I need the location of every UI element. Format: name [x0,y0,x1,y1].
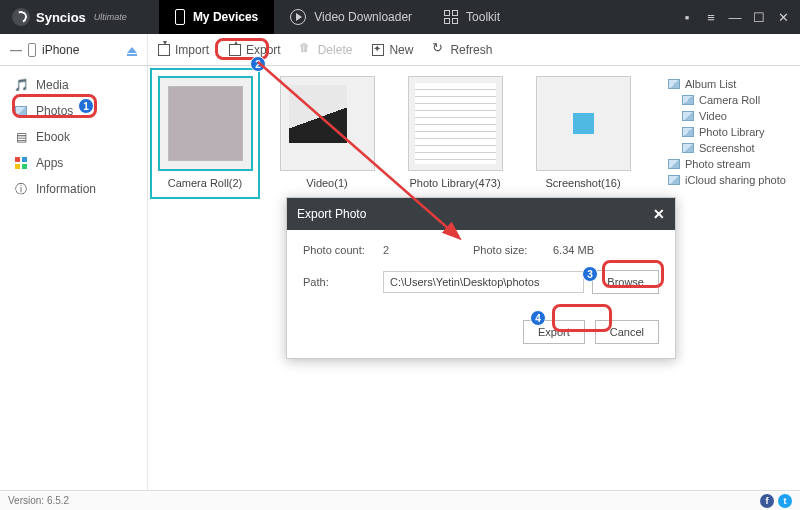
export-photo-dialog: Export Photo ✕ Photo count: 2 Photo size… [286,197,676,359]
path-label: Path: [303,276,383,288]
app-logo: Syncios Ultimate [0,8,139,26]
tab-label: Video Downloader [314,10,412,24]
dialog-title: Export Photo [297,207,366,221]
picture-icon [682,111,694,121]
left-sidebar: 🎵Media Photos ▤Ebook Apps ⓘInformation [0,66,148,490]
titlebar: Syncios Ultimate My Devices Video Downlo… [0,0,800,34]
dialog-body: Photo count: 2 Photo size: 6.34 MB Path:… [287,230,675,320]
facebook-icon[interactable]: f [760,494,774,508]
device-name: iPhone [42,43,79,57]
path-input[interactable] [383,271,584,293]
album-camera-roll[interactable]: Camera Roll [664,92,792,108]
album-label: Camera Roll [699,94,760,106]
btn-label: Delete [318,43,353,57]
sidebar-item-media[interactable]: 🎵Media [0,72,147,98]
export-confirm-button[interactable]: Export [523,320,585,344]
brand-edition: Ultimate [94,12,127,22]
album-icloud-sharing[interactable]: iCloud sharing photo [664,172,792,188]
album-label: Photo Library [699,126,764,138]
btn-label: Export [246,43,281,57]
browse-button[interactable]: Browse [592,270,659,294]
new-button[interactable]: New [362,34,423,65]
sidebar-label: Photos [36,104,73,118]
sidebar-label: Information [36,182,96,196]
btn-label: Refresh [450,43,492,57]
refresh-icon [433,44,445,56]
album-label: Photo stream [685,158,750,170]
album-photo-stream[interactable]: Photo stream [664,156,792,172]
sidebar-item-photos[interactable]: Photos [0,98,147,124]
import-button[interactable]: Import [148,34,219,65]
export-icon [229,44,241,56]
thumb-camera-roll[interactable]: Camera Roll(2) [150,68,260,199]
tab-label: My Devices [193,10,258,24]
thumb-screenshot[interactable]: Screenshot(16) [528,76,638,189]
sidebar-item-ebook[interactable]: ▤Ebook [0,124,147,150]
dash-icon: — [10,43,22,57]
thumb-label: Camera Roll(2) [168,177,243,189]
play-circle-icon [290,9,306,25]
version-label: Version: 6.5.2 [8,495,69,506]
picture-icon [682,127,694,137]
delete-button[interactable]: Delete [291,34,363,65]
picture-icon [668,175,680,185]
album-label: Video [699,110,727,122]
tab-video-downloader[interactable]: Video Downloader [274,0,428,34]
sidebar-item-apps[interactable]: Apps [0,150,147,176]
thumb-label: Photo Library(473) [409,177,500,189]
social-links: f t [760,494,792,508]
thumb-image [280,76,375,171]
music-icon: 🎵 [14,78,28,92]
thumb-image [158,76,253,171]
picture-icon [682,95,694,105]
album-screenshot[interactable]: Screenshot [664,140,792,156]
grid-icon [444,10,458,24]
dialog-close-icon[interactable]: ✕ [653,206,665,222]
thumb-image [536,76,631,171]
tab-my-devices[interactable]: My Devices [159,0,274,34]
sidebar-label: Media [36,78,69,92]
device-icon [175,9,185,25]
info-icon: ⓘ [14,182,28,196]
brand-name: Syncios [36,10,86,25]
picture-icon [668,79,680,89]
device-selector[interactable]: — iPhone [0,34,148,65]
album-list-root[interactable]: Album List [664,76,792,92]
new-icon [372,44,384,56]
picture-icon [682,143,694,153]
photo-icon [14,104,28,118]
photo-count-value: 2 [383,244,473,256]
refresh-button[interactable]: Refresh [423,34,502,65]
minimize-icon[interactable]: — [724,6,746,28]
tab-label: Toolkit [466,10,500,24]
thumb-video[interactable]: Video(1) [272,76,382,189]
cancel-button[interactable]: Cancel [595,320,659,344]
thumb-photo-library[interactable]: Photo Library(473) [400,76,510,189]
action-toolbar: Import Export Delete New Refresh [148,34,502,65]
twitter-icon[interactable]: t [778,494,792,508]
album-label: Album List [685,78,736,90]
feedback-icon[interactable]: ▪ [676,6,698,28]
close-icon[interactable]: ✕ [772,6,794,28]
export-button[interactable]: Export [219,34,291,65]
phone-icon [28,43,36,57]
sidebar-item-information[interactable]: ⓘInformation [0,176,147,202]
statusbar: Version: 6.5.2 f t [0,490,800,510]
top-tabs: My Devices Video Downloader Toolkit [159,0,516,34]
thumb-label: Screenshot(16) [545,177,620,189]
tab-toolkit[interactable]: Toolkit [428,0,516,34]
book-icon: ▤ [14,130,28,144]
thumb-label: Video(1) [306,177,347,189]
maximize-icon[interactable]: ☐ [748,6,770,28]
eject-icon[interactable] [127,47,137,53]
thumb-image [408,76,503,171]
album-label: Screenshot [699,142,755,154]
album-label: iCloud sharing photo [685,174,786,186]
btn-label: New [389,43,413,57]
album-video[interactable]: Video [664,108,792,124]
picture-icon [668,159,680,169]
album-photo-library[interactable]: Photo Library [664,124,792,140]
menu-icon[interactable]: ≡ [700,6,722,28]
sidebar-label: Ebook [36,130,70,144]
syncios-logo-icon [12,8,30,26]
